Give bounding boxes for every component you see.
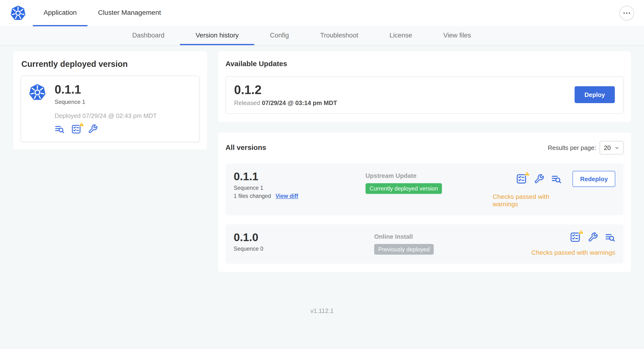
- edit-config-wrench-icon[interactable]: [88, 124, 98, 134]
- warning-triangle-icon: [525, 171, 530, 176]
- row-source-label: Online Install: [374, 233, 510, 240]
- version-row-0-1-1: 0.1.1 Sequence 1 1 files changed View di…: [226, 164, 624, 215]
- update-version-number: 0.1.2: [234, 83, 337, 97]
- ellipsis-icon: [622, 8, 631, 18]
- results-per-page-select[interactable]: 20: [600, 141, 624, 154]
- subnav-tab-troubleshoot-label: Troubleshoot: [320, 32, 358, 39]
- tab-cluster-management-label: Cluster Management: [98, 8, 161, 16]
- results-per-page-label: Results per page:: [548, 144, 596, 151]
- row-sequence: Sequence 0: [234, 246, 374, 252]
- previously-deployed-badge: Previously deployed: [374, 244, 434, 255]
- edit-config-wrench-icon[interactable]: [588, 232, 598, 242]
- overflow-menu-button[interactable]: [620, 6, 634, 20]
- currently-deployed-title: Currently deployed version: [21, 60, 200, 69]
- all-versions-card: All versions Results per page: 20 0.1.1 …: [218, 133, 631, 272]
- row-sequence: Sequence 1: [234, 185, 366, 191]
- subnav-tab-dashboard[interactable]: Dashboard: [117, 26, 180, 45]
- preflight-checklist-icon[interactable]: [71, 124, 82, 134]
- version-row-0-1-0: 0.1.0 Sequence 0 Online Install Previous…: [226, 224, 624, 264]
- released-date: 07/29/24 @ 03:14 pm MDT: [262, 99, 337, 106]
- edit-config-wrench-icon[interactable]: [534, 174, 544, 184]
- files-changed-label: 1 files changed: [234, 193, 271, 199]
- subnav-tab-troubleshoot[interactable]: Troubleshoot: [304, 26, 374, 45]
- view-logs-icon[interactable]: [605, 232, 615, 242]
- top-bar: Application Cluster Management: [0, 0, 644, 26]
- main-content: Currently deployed version 0.1.1 Sequenc…: [0, 46, 644, 272]
- available-updates-title: Available Updates: [226, 60, 624, 68]
- deployed-version-card: 0.1.1 Sequence 1 Deployed 07/29/24 @ 02:…: [20, 76, 200, 142]
- deploy-button[interactable]: Deploy: [574, 86, 615, 103]
- subnav-tab-dashboard-label: Dashboard: [132, 32, 164, 39]
- subnav-tab-version-history-label: Version history: [196, 32, 239, 39]
- results-per-page-value: 20: [604, 144, 611, 151]
- all-versions-title: All versions: [226, 144, 266, 152]
- warning-triangle-icon: [578, 229, 584, 234]
- available-updates-card: Available Updates 0.1.2 Released 07/29/2…: [218, 51, 631, 122]
- view-diff-link[interactable]: View diff: [276, 193, 298, 199]
- released-label: Released: [234, 99, 260, 106]
- row-version-number: 0.1.0: [234, 232, 374, 244]
- console-version-text: v1.112.1: [310, 307, 334, 314]
- deployed-sequence: Sequence 1: [55, 98, 157, 105]
- tab-application-label: Application: [44, 8, 76, 16]
- kubernetes-logo-icon: [10, 5, 26, 22]
- subnav-tab-license[interactable]: License: [374, 26, 428, 45]
- view-logs-icon[interactable]: [552, 174, 562, 184]
- preflight-checklist-icon[interactable]: [570, 232, 581, 242]
- tab-application[interactable]: Application: [33, 0, 87, 26]
- currently-deployed-card: Currently deployed version 0.1.1 Sequenc…: [13, 51, 207, 150]
- warning-triangle-icon: [79, 122, 84, 127]
- subnav-tab-config-label: Config: [270, 32, 289, 39]
- deployed-timestamp: Deployed 07/29/24 @ 02:43 pm MDT: [55, 112, 157, 119]
- subnav-tab-config[interactable]: Config: [254, 26, 304, 45]
- deployed-version-number: 0.1.1: [55, 83, 157, 96]
- app-subnav: Dashboard Version history Config Trouble…: [0, 26, 644, 46]
- chevron-down-icon: [614, 145, 620, 150]
- console-version-footer: v1.112.1: [0, 301, 644, 321]
- subnav-tab-view-files-label: View files: [443, 32, 471, 39]
- admin-console: Application Cluster Management Dashboard…: [0, 0, 644, 349]
- currently-deployed-badge: Currently deployed version: [366, 183, 442, 194]
- kubernetes-app-icon: [28, 83, 46, 134]
- checks-status-text: Checks passed with warnings: [493, 193, 568, 208]
- subnav-tab-version-history[interactable]: Version history: [180, 26, 254, 45]
- subnav-tab-view-files[interactable]: View files: [428, 26, 487, 45]
- subnav-tab-license-label: License: [390, 32, 412, 39]
- checks-status-text: Checks passed with warnings: [531, 249, 615, 256]
- update-row: 0.1.2 Released 07/29/24 @ 03:14 pm MDT D…: [226, 76, 624, 114]
- tab-cluster-management[interactable]: Cluster Management: [87, 0, 172, 26]
- row-source-label: Upstream Update: [366, 172, 493, 179]
- row-version-number: 0.1.1: [234, 171, 366, 183]
- update-released-line: Released 07/29/24 @ 03:14 pm MDT: [234, 99, 337, 106]
- redeploy-button[interactable]: Redeploy: [573, 171, 615, 187]
- view-logs-icon[interactable]: [55, 124, 64, 134]
- preflight-checklist-icon[interactable]: [516, 173, 527, 184]
- app-logo: [6, 0, 33, 26]
